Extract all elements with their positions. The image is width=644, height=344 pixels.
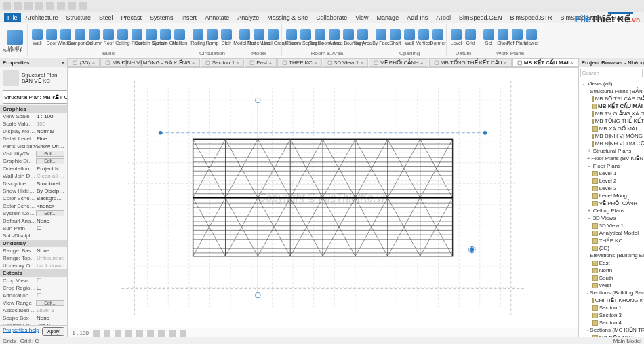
browser-node[interactable]: MB XÀ GỒ MÁI — [580, 125, 643, 132]
ribbon-set-button[interactable]: Set — [483, 27, 495, 47]
ribbon-wall-button[interactable]: Wall — [403, 27, 416, 47]
browser-search-input[interactable]: Search — [580, 69, 643, 77]
type-preview[interactable]: Structural Plan BẢN VẼ KC — [0, 67, 67, 89]
browser-node[interactable]: MB TV GIẰNG XÀ GỒ — [580, 110, 643, 117]
browser-node[interactable]: -Elevations (Building Elevation) — [580, 252, 643, 259]
prop-row[interactable]: Annotation Crop☐ — [0, 292, 67, 299]
menu-tab-view[interactable]: View — [352, 13, 371, 22]
menu-tab-bimspeed-str[interactable]: BimSpeed.STR — [507, 13, 556, 22]
browser-node[interactable]: Analytical Model — [580, 229, 643, 237]
menu-tab-systems[interactable]: Systems — [146, 13, 177, 22]
apply-button[interactable]: Apply — [42, 327, 65, 336]
properties-help-link[interactable]: Properties help — [3, 327, 39, 336]
browser-node[interactable]: West — [580, 282, 643, 289]
browser-node[interactable]: +Ceiling Plans — [580, 207, 643, 214]
view-tab[interactable]: ▢ 3D View 1 × — [323, 58, 368, 67]
prop-row[interactable]: Associated LevelLevel 3 — [0, 307, 67, 314]
ribbon-level-button[interactable]: Level — [450, 27, 462, 47]
ribbon-ramp-button[interactable]: Ramp — [206, 27, 218, 47]
view-tab[interactable]: ▢ {3D} × — [68, 58, 100, 67]
browser-node[interactable]: Section 3 — [580, 311, 643, 319]
menu-tab-add-ins[interactable]: Add-Ins — [403, 13, 431, 22]
ribbon-stair-button[interactable]: Stair — [220, 27, 233, 47]
prop-row[interactable]: Default Analysis ...None — [0, 217, 67, 225]
browser-node[interactable]: North — [580, 267, 643, 274]
prop-section-header[interactable]: Underlay — [0, 240, 67, 247]
ribbon-vertical-button[interactable]: Vertical — [418, 27, 430, 47]
prop-row[interactable]: Visibility/Graphic...Edit... — [0, 150, 67, 157]
browser-node[interactable]: East — [580, 259, 643, 267]
ribbon-tag-area-button[interactable]: Tag Area — [357, 27, 369, 47]
view-tab[interactable]: ▢ MB TỔNG THỂ KẾT CẤU × — [429, 58, 512, 67]
menu-tab-bimspeed-gen[interactable]: BimSpeed.GEN — [456, 13, 506, 22]
ribbon-wall-button[interactable]: Wall — [31, 27, 43, 47]
prop-row[interactable]: Range: Base LevelNone — [0, 247, 67, 254]
ribbon-dormer-button[interactable]: Dormer — [432, 27, 444, 47]
browser-node[interactable]: VẼ PHỐI CẢNH — [580, 199, 643, 207]
menu-tab-structure[interactable]: Structure — [63, 13, 95, 22]
menu-tab-insert[interactable]: Insert — [178, 13, 201, 22]
view-tab[interactable]: ▢ MB KẾT CẤU MÁI × — [512, 58, 578, 67]
browser-node[interactable]: MB TỔNG THỂ KẾT CẤU — [580, 117, 643, 125]
ribbon-column-button[interactable]: Column — [88, 27, 100, 47]
prop-row[interactable]: Crop Region Visible☐ — [0, 284, 67, 292]
browser-node[interactable]: South — [580, 274, 643, 282]
quick-access-toolbar[interactable] — [3, 2, 87, 10]
ribbon-ceiling-button[interactable]: Ceiling — [117, 27, 129, 47]
ribbon-roof-button[interactable]: Roof — [102, 27, 115, 47]
prop-section-header[interactable]: Extents — [0, 269, 67, 277]
ribbon-by-face-button[interactable]: By Face — [375, 27, 387, 47]
browser-node[interactable]: MB KẾT CẤU MÁI — [580, 102, 643, 110]
view-tab[interactable]: ▢ VẼ PHỐI CẢNH × — [369, 58, 428, 67]
ribbon-railing-button[interactable]: Railing — [192, 27, 204, 47]
ribbon-component-button[interactable]: Component — [74, 27, 86, 47]
close-icon[interactable]: × — [62, 60, 65, 66]
browser-node[interactable]: {3D} — [580, 244, 643, 252]
browser-node[interactable]: CHI TIẾT KHUNG K-1 — [580, 297, 643, 304]
menu-tab-file[interactable]: File — [4, 13, 21, 22]
prop-row[interactable]: Sun Path☐ — [0, 225, 67, 232]
view-tab[interactable]: ▢ MB ĐỊNH VỊ MÓNG - ĐÀ KIỀNG × — [100, 58, 199, 67]
view-tab[interactable]: ▢ THÉP KC × — [277, 58, 322, 67]
ribbon-curtain-grid-button[interactable]: Curtain Grid — [159, 27, 172, 47]
prop-row[interactable]: OrientationProject North — [0, 165, 67, 172]
menu-tab-analyze[interactable]: Analyze — [234, 13, 262, 22]
prop-row[interactable]: Wall Join DisplayClean all wall joins — [0, 172, 67, 180]
menu-tab-precast[interactable]: Precast — [118, 13, 146, 22]
select-dropdown[interactable]: Select ▾ — [3, 47, 22, 54]
ribbon-shaft-button[interactable]: Shaft — [389, 27, 401, 47]
browser-node[interactable]: -Structural Plans (BẢN VẼ KC) — [580, 88, 643, 95]
browser-node[interactable]: Level Móng — [580, 192, 643, 199]
ribbon-grid-button[interactable]: Grid — [464, 27, 477, 47]
ribbon-tag-room-button[interactable]: Tag Room — [314, 27, 326, 47]
prop-row[interactable]: Scope BoxNone — [0, 314, 67, 322]
scale-label[interactable]: 1 : 100 — [72, 330, 88, 336]
menu-tab-atool[interactable]: ATool — [432, 13, 454, 22]
prop-row[interactable]: View Scale1 : 100 — [0, 113, 67, 120]
menu-tab-massing-site[interactable]: Massing & Site — [264, 13, 311, 22]
browser-node[interactable]: -Floor Plans — [580, 162, 643, 170]
browser-node[interactable]: +Floor Plans (BV KIẾN TRÚC) — [580, 155, 643, 162]
browser-node[interactable]: +Structural Plans — [580, 147, 643, 155]
menu-tab-annotate[interactable]: Annotate — [201, 13, 233, 22]
browser-node[interactable]: Level 3 — [580, 185, 643, 192]
browser-node[interactable]: Level 2 — [580, 177, 643, 185]
prop-row[interactable]: Sub-Discipline — [0, 232, 67, 240]
view-tab[interactable]: ▢ East × — [245, 58, 277, 67]
browser-node[interactable]: -3D Views — [580, 214, 643, 222]
browser-node[interactable]: Section 4 — [580, 319, 643, 326]
browser-node[interactable]: MB BỐ TRÍ CÁP GIẰNG MÁI — [580, 95, 643, 102]
prop-row[interactable]: Parts VisibilityShow Original — [0, 142, 67, 150]
prop-row[interactable]: Detail LevelFine — [0, 135, 67, 142]
browser-node[interactable]: Level 1 — [580, 170, 643, 177]
view-control-bar[interactable]: 1 : 100 — [68, 328, 578, 337]
prop-section-header[interactable]: Graphics — [0, 105, 67, 113]
menu-tab-collaborate[interactable]: Collaborate — [313, 13, 350, 22]
view-tab[interactable]: ▢ Section 1 × — [201, 58, 244, 67]
browser-node[interactable]: 3D View 1 — [580, 222, 643, 229]
browser-node[interactable]: -Sections (Building Section) — [580, 289, 643, 297]
browser-node[interactable]: THÉP KC — [580, 237, 643, 244]
browser-node[interactable]: MB ĐỊNH VỊ MÓNG - ĐÀ KIỀNG — [580, 132, 643, 140]
prop-row[interactable]: Scale Value 1:100 — [0, 120, 67, 128]
prop-row[interactable]: Display ModelNormal — [0, 128, 67, 135]
